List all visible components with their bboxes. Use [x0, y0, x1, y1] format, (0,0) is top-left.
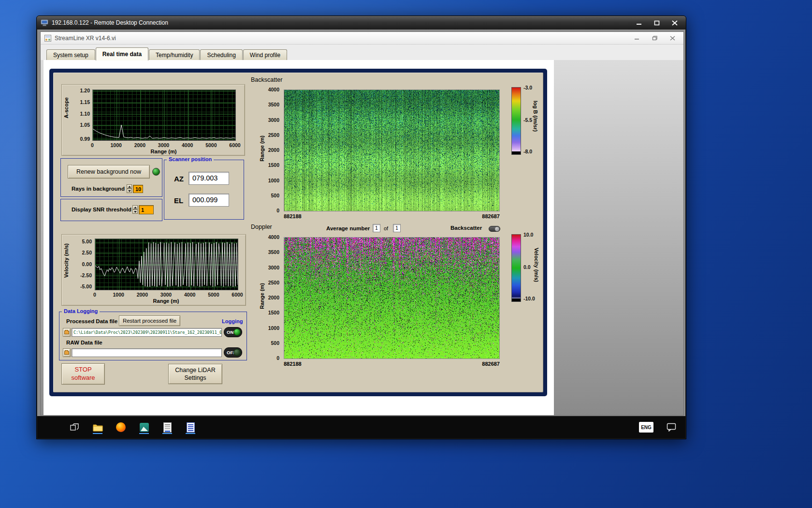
firefox-icon[interactable]	[116, 420, 126, 434]
scan-scheduler-icon[interactable]	[162, 420, 173, 434]
ascope-x-ticks: 0100020003000400050006000	[92, 142, 235, 148]
restart-processed-file-button[interactable]: Restart processed file	[119, 315, 180, 326]
rdp-close-button[interactable]	[667, 18, 682, 28]
rays-value-field[interactable]: 10	[133, 185, 143, 193]
snr-value-field[interactable]: 1	[139, 205, 154, 214]
rays-increment-button[interactable]	[127, 184, 132, 189]
app-restore-button[interactable]	[647, 34, 662, 43]
tick-label: 0	[276, 208, 279, 213]
backscatter-y-axis-label: Range (m)	[259, 135, 265, 162]
az-label: AZ	[174, 175, 184, 183]
tab-system-setup[interactable]: System setup	[46, 49, 95, 60]
doppler-x-labels: 882188 882687	[284, 361, 500, 367]
raw-file-browse-button[interactable]	[63, 348, 71, 357]
rdp-window-title: 192.168.0.122 - Remote Desktop Connectio…	[52, 19, 628, 26]
desktop: 192.168.0.122 - Remote Desktop Connectio…	[0, 0, 812, 508]
change-lidar-settings-button[interactable]: Change LiDAR Settings	[168, 364, 222, 384]
notes-icon[interactable]	[185, 420, 196, 434]
velocity-x-ticks: 0100020003000400050006000	[95, 292, 237, 298]
tick-label: -10.0	[523, 296, 535, 301]
change-button-line1: Change LiDAR	[175, 366, 215, 374]
velocity-canvas	[95, 239, 238, 290]
tick-label: -5.5	[523, 117, 532, 123]
language-indicator[interactable]: ENG	[639, 422, 653, 433]
raw-logging-toggle[interactable]: OFF	[224, 347, 242, 358]
raw-path-field[interactable]	[72, 348, 222, 357]
snr-increment-button[interactable]	[132, 205, 138, 209]
backscatter-colorbar	[511, 87, 521, 155]
main-panel-border: A-scope 1.201.151.101.050.99 01000200030…	[49, 69, 547, 396]
front-panel: A-scope 1.201.151.101.050.99 01000200030…	[41, 60, 683, 415]
tick-label: 2000	[137, 292, 148, 298]
tab-real-time-data[interactable]: Real time data	[96, 47, 148, 60]
tab-temp-humidity[interactable]: Temp/humidity	[149, 49, 200, 60]
tick-label: 0.00	[82, 261, 92, 267]
tab-scheduling[interactable]: Scheduling	[200, 49, 242, 60]
folder-icon	[64, 331, 69, 334]
vi-icon	[44, 35, 51, 42]
snr-spinner	[132, 205, 138, 214]
tick-label: 1.15	[80, 99, 90, 105]
app-close-button[interactable]	[665, 34, 680, 43]
rays-spinner	[127, 184, 132, 193]
backscatter-x-labels: 882188 882687	[284, 213, 500, 219]
snr-threshold-label: Display SNR threshold	[72, 207, 131, 212]
tick-label: 1.20	[80, 88, 90, 93]
processed-path-field[interactable]: C:\Lidar\Data\Proc\2023\202309\20230911\…	[72, 328, 222, 337]
tick-label: 1500	[268, 162, 279, 168]
tick-label: 4000	[268, 234, 279, 240]
tick-label: 1000	[268, 325, 279, 331]
average-number-label: Average number	[326, 225, 370, 231]
backscatter-colorbar-label: log B (/m/sr)	[533, 101, 538, 132]
tick-label: 4000	[268, 87, 279, 92]
el-label: EL	[174, 196, 183, 205]
processed-logging-toggle[interactable]: ON	[224, 327, 242, 337]
doppler-y-ticks: 40003500300025002000150010005000	[265, 237, 280, 358]
scanner-position-legend: Scanner position	[167, 156, 214, 162]
velocity-chart-frame: Velocity (m/s) 5.002.500.00-2.50-5.00 01…	[61, 234, 246, 306]
task-view-icon[interactable]	[69, 420, 80, 434]
doppler-x-end: 882687	[482, 361, 500, 367]
renew-background-button[interactable]: Renew background now	[68, 165, 150, 179]
tick-label: 3500	[268, 249, 279, 255]
taskbar: ENG	[37, 416, 685, 438]
change-button-line2: Settings	[184, 374, 206, 382]
photos-icon[interactable]	[139, 420, 149, 434]
scanner-position-box: Scanner position AZ 079.003 EL 000.099	[164, 160, 244, 220]
app-minimize-button[interactable]	[629, 34, 644, 43]
stop-software-button[interactable]: STOP software	[61, 363, 105, 385]
tab-wind-profile[interactable]: Wind profile	[243, 49, 287, 60]
rdp-minimize-button[interactable]	[632, 18, 646, 28]
processed-file-browse-button[interactable]	[63, 328, 71, 337]
tick-label: 0.0	[523, 264, 531, 270]
tick-label: 3500	[268, 102, 279, 107]
tick-label: 2000	[268, 295, 279, 300]
velocity-y-axis-label: Velocity (m/s)	[63, 243, 69, 278]
tick-label: 0	[91, 142, 94, 148]
processed-data-file-label: Processed Data file	[66, 318, 117, 324]
average-total-field[interactable]: 1	[393, 224, 401, 232]
tick-label: 3000	[268, 117, 279, 123]
file-explorer-icon[interactable]	[92, 420, 103, 434]
labview-titlebar[interactable]: StreamLine XR v14-6.vi	[41, 32, 683, 45]
tick-label: 2500	[268, 132, 279, 138]
backscatter-toggle[interactable]	[489, 226, 500, 232]
chat-icon[interactable]	[666, 420, 677, 434]
tick-label: -3.0	[523, 85, 532, 90]
doppler-colorbar	[511, 234, 521, 302]
average-count-field[interactable]: 1	[373, 224, 380, 232]
tick-label: 5000	[205, 142, 217, 148]
rdp-titlebar[interactable]: 192.168.0.122 - Remote Desktop Connectio…	[37, 16, 686, 30]
ascope-x-axis-label: Range (m)	[92, 149, 235, 154]
doppler-plot	[284, 237, 500, 359]
doppler-colorbar-label: Velocity (m/s)	[534, 248, 539, 282]
rdp-maximize-button[interactable]	[650, 18, 664, 28]
rays-decrement-button[interactable]	[127, 189, 132, 193]
average-of-label: of	[384, 225, 388, 231]
backscatter-x-end: 882687	[482, 213, 500, 219]
doppler-x-start: 882188	[284, 361, 302, 367]
app-title: StreamLine XR v14-6.vi	[55, 35, 626, 42]
raw-data-file-label: RAW Data file	[66, 340, 102, 345]
renew-led	[152, 168, 160, 176]
snr-decrement-button[interactable]	[132, 209, 138, 214]
